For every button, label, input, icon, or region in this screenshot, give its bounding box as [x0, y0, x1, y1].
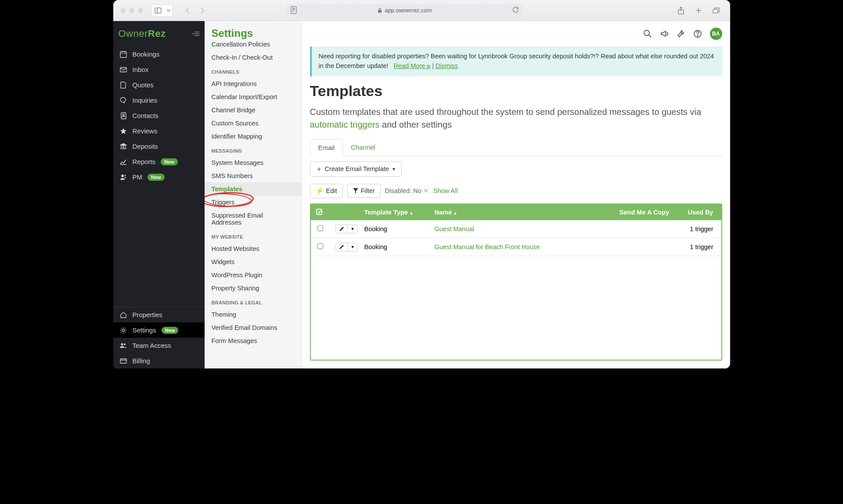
used-header[interactable]: Used By: [682, 204, 721, 220]
template-link[interactable]: Guest Manual: [435, 225, 474, 232]
copy-header[interactable]: Send Me A Copy: [607, 204, 682, 220]
reader-icon[interactable]: [291, 6, 297, 14]
row-actions[interactable]: ▼: [335, 225, 358, 233]
share-icon[interactable]: [674, 5, 688, 16]
nav-reviews[interactable]: Reviews: [113, 123, 205, 139]
window-controls[interactable]: [120, 8, 143, 13]
svg-point-31: [121, 343, 123, 346]
brand-logo[interactable]: OwnerRez: [119, 28, 166, 39]
sidebar-toggle-icon[interactable]: [151, 5, 165, 16]
plus-icon: ＋: [316, 165, 322, 173]
row-actions[interactable]: ▼: [335, 243, 358, 251]
svg-rect-14: [120, 52, 126, 57]
search-icon[interactable]: [643, 29, 652, 38]
nav-billing[interactable]: Billing: [113, 353, 205, 368]
settings-item-widgets[interactable]: Widgets: [205, 255, 302, 268]
tools-icon[interactable]: [677, 29, 685, 38]
nav-bookings[interactable]: Bookings: [113, 46, 205, 62]
nav-inbox[interactable]: Inbox: [113, 62, 205, 77]
help-icon[interactable]: [693, 29, 702, 38]
tab-email[interactable]: Email: [310, 139, 343, 156]
chart-icon: [119, 159, 127, 165]
announcement-icon[interactable]: [660, 29, 669, 38]
automatic-triggers-link[interactable]: automatic triggers: [310, 120, 380, 129]
settings-item-theming[interactable]: Theming: [205, 308, 302, 321]
show-all-link[interactable]: Show All: [433, 187, 458, 194]
settings-item-sms-numbers[interactable]: SMS Numbers: [205, 169, 302, 182]
svg-point-20: [122, 114, 124, 116]
table-row: ▼BookingGuest Manual for Beach Front Hou…: [311, 238, 721, 256]
select-all-header[interactable]: [311, 204, 330, 220]
star-icon: [119, 128, 127, 135]
nav-label: Contacts: [133, 112, 159, 119]
settings-item-calendar-import-export[interactable]: Calendar Import/Export: [205, 90, 302, 104]
settings-item-cancellation-policies[interactable]: Cancellation Policies: [205, 38, 302, 51]
svg-line-36: [649, 35, 651, 37]
settings-item-verified-email-domains[interactable]: Verified Email Domains: [205, 321, 302, 334]
cell-copy: [607, 243, 682, 251]
read-more-link[interactable]: Read More ⧉: [393, 62, 430, 69]
address-bar[interactable]: app.ownerrez.com: [286, 4, 523, 17]
nav-label: PM: [133, 173, 143, 181]
chevron-down-icon[interactable]: [165, 5, 173, 16]
settings-item-wordpress-plugin[interactable]: WordPress Plugin: [205, 268, 302, 282]
templates-table: Template Type▲ Name▲ Send Me A Copy Used…: [310, 204, 722, 361]
settings-item-property-sharing[interactable]: Property Sharing: [205, 282, 302, 295]
nav-reports[interactable]: ReportsNew: [113, 154, 205, 169]
settings-item-api-integrations[interactable]: API Integrations: [205, 77, 302, 90]
settings-item-identifier-mapping[interactable]: Identifier Mapping: [205, 130, 302, 143]
nav-deposits[interactable]: Deposits: [113, 139, 205, 154]
back-button[interactable]: [181, 5, 194, 16]
settings-item-triggers[interactable]: Triggers: [205, 196, 302, 209]
contacts-icon: [119, 112, 127, 119]
tabs-icon[interactable]: [710, 5, 723, 16]
nav-pm[interactable]: PMNew: [113, 169, 205, 185]
settings-group-header: MESSAGING: [205, 143, 302, 156]
nav-quotes[interactable]: Quotes: [113, 77, 205, 93]
svg-rect-33: [120, 359, 126, 363]
mail-icon: [119, 67, 127, 72]
menu-toggle-icon[interactable]: [192, 31, 199, 36]
nav-contacts[interactable]: Contacts: [113, 108, 205, 123]
row-checkbox[interactable]: [317, 243, 323, 249]
name-header[interactable]: Name▲: [429, 204, 607, 220]
settings-item-suppressed-email-addresses[interactable]: Suppressed Email Addresses: [205, 209, 302, 229]
settings-item-custom-sources[interactable]: Custom Sources: [205, 117, 302, 130]
filter-button[interactable]: Filter: [347, 184, 381, 198]
pencil-icon[interactable]: [336, 225, 348, 233]
avatar[interactable]: BA: [710, 28, 722, 40]
template-link[interactable]: Guest Manual for Beach Front House: [435, 243, 540, 250]
page-subtitle: Custom templates that are used throughou…: [310, 106, 722, 131]
dismiss-link[interactable]: Dismiss: [436, 62, 458, 69]
nav-label: Inquiries: [133, 97, 158, 104]
settings-item-channel-bridge[interactable]: Channel Bridge: [205, 104, 302, 117]
reload-icon[interactable]: [512, 7, 519, 13]
caret-down-icon[interactable]: ▼: [348, 243, 358, 251]
nav-settings[interactable]: SettingsNew: [113, 322, 205, 338]
svg-point-32: [124, 343, 126, 345]
settings-item-templates[interactable]: Templates: [205, 182, 302, 196]
clear-filter-icon[interactable]: ✕: [423, 187, 429, 194]
create-email-template-button[interactable]: ＋ Create Email Template ▼: [310, 161, 402, 177]
url-text: app.ownerrez.com: [385, 7, 432, 14]
settings-item-check-in-check-out[interactable]: Check-In / Check-Out: [205, 51, 302, 64]
filter-status: Disabled: No ✕: [385, 187, 429, 194]
row-checkbox[interactable]: [317, 225, 323, 231]
person-icon: [119, 174, 127, 180]
tab-channel[interactable]: Channel: [343, 139, 383, 156]
nav-team-access[interactable]: Team Access: [113, 338, 205, 353]
edit-button[interactable]: ⚡Edit: [310, 184, 343, 198]
settings-group-header: CHANNELS: [205, 64, 302, 77]
document-icon: [119, 82, 127, 89]
type-header[interactable]: Template Type▲: [359, 204, 429, 220]
settings-item-hosted-websites[interactable]: Hosted Websites: [205, 242, 302, 255]
nav-properties[interactable]: Properties: [113, 307, 205, 322]
caret-down-icon[interactable]: ▼: [348, 225, 358, 233]
forward-button[interactable]: [196, 5, 209, 16]
nav-inquiries[interactable]: Inquiries: [113, 93, 205, 108]
sort-asc-icon: ▲: [409, 211, 414, 215]
settings-item-system-messages[interactable]: System Messages: [205, 156, 302, 169]
pencil-icon[interactable]: [336, 243, 348, 251]
new-tab-icon[interactable]: [692, 5, 705, 16]
settings-item-form-messages[interactable]: Form Messages: [205, 334, 302, 347]
